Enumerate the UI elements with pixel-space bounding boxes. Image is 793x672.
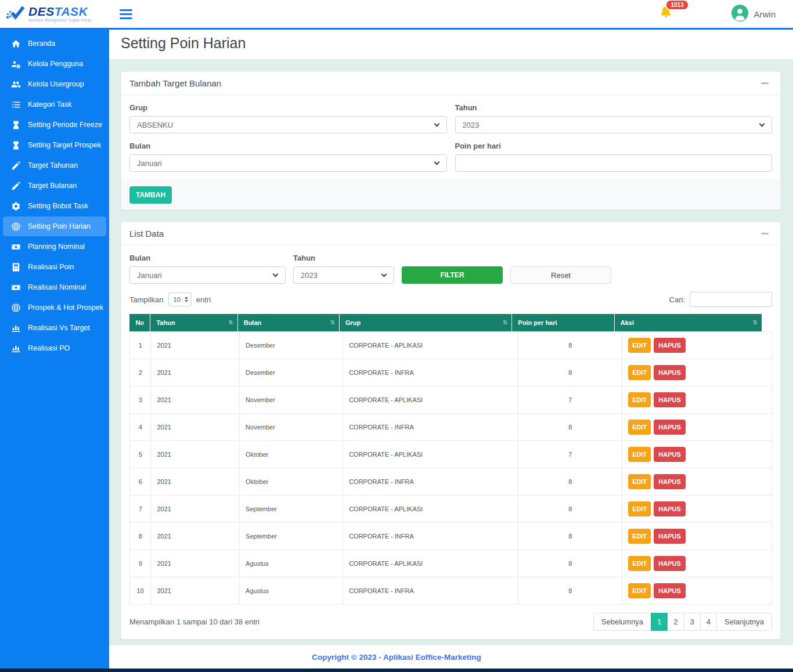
filter-button[interactable]: FILTER xyxy=(402,266,503,284)
sidebar-item[interactable]: Realisasi Nominal xyxy=(3,277,106,297)
sidebar-item[interactable]: Realisasi Poin xyxy=(3,257,106,277)
search-input[interactable] xyxy=(690,292,772,307)
edit-button[interactable]: EDIT xyxy=(628,447,651,462)
cell-tahun: 2021 xyxy=(151,523,240,550)
sidebar-item[interactable]: Realisasi Vs Target xyxy=(3,318,106,338)
table-column-header[interactable]: Grup ⇅ xyxy=(340,314,512,331)
edit-button[interactable]: EDIT xyxy=(628,392,651,407)
table-row: 8 2021 September CORPORATE - INFRA 8 EDI… xyxy=(130,523,772,550)
table-row: 5 2021 Oktober CORPORATE - APLIKASI 7 ED… xyxy=(130,441,772,468)
app-logo[interactable]: DESTASK Aplikasi Manajemen Tugas Kerja xyxy=(0,3,109,24)
sidebar-item[interactable]: Prospek & Hot Prospek xyxy=(3,298,106,317)
table-row: 1 2021 Desember CORPORATE - APLIKASI 8 E… xyxy=(130,332,772,359)
collapse-icon[interactable] xyxy=(761,82,769,84)
cell-poin: 8 xyxy=(518,523,622,550)
collapse-icon[interactable] xyxy=(761,233,769,234)
table-column-header[interactable]: No xyxy=(129,314,150,331)
cell-bulan: November xyxy=(240,386,343,414)
spinner-icon xyxy=(185,297,188,302)
filter-bulan-select[interactable]: Januari xyxy=(129,266,286,284)
sidebar-item[interactable]: Kategori Task xyxy=(3,95,106,114)
reset-button[interactable]: Reset xyxy=(510,266,611,284)
delete-button[interactable]: HAPUS xyxy=(654,420,686,435)
sidebar-item[interactable]: Target Bulanan xyxy=(3,176,106,196)
cell-poin: 8 xyxy=(518,496,622,523)
cell-grup: CORPORATE - APLIKASI xyxy=(343,386,518,414)
sidebar-item[interactable]: Kelola Usergroup xyxy=(3,74,106,94)
sidebar-item[interactable]: Target Tahunan xyxy=(3,156,106,175)
delete-button[interactable]: HAPUS xyxy=(654,474,686,489)
cell-aksi: EDIT HAPUS xyxy=(622,359,772,386)
delete-button[interactable]: HAPUS xyxy=(654,447,686,462)
sidebar-item[interactable]: Setting Poin Harian xyxy=(3,216,106,236)
cell-aksi: EDIT HAPUS xyxy=(622,441,772,468)
cell-no: 8 xyxy=(130,523,151,550)
edit-button[interactable]: EDIT xyxy=(628,583,651,598)
delete-button[interactable]: HAPUS xyxy=(654,338,686,353)
cell-aksi: EDIT HAPUS xyxy=(622,496,772,523)
cell-tahun: 2021 xyxy=(151,441,240,468)
sidebar-item-label: Target Tahunan xyxy=(28,161,78,169)
table-column-header[interactable]: Aksi ⇅ xyxy=(614,314,762,331)
sidebar-item[interactable]: Beranda xyxy=(3,34,106,53)
sidebar-item-label: Setting Poin Harian xyxy=(28,222,91,230)
edit-button[interactable]: EDIT xyxy=(628,474,651,489)
hamburger-menu-icon[interactable] xyxy=(120,9,132,19)
filter-tahun-select[interactable]: 2023 xyxy=(293,266,394,284)
delete-button[interactable]: HAPUS xyxy=(654,556,686,571)
filter-tahun-label: Tahun xyxy=(293,254,394,262)
page-length-select[interactable]: 10 xyxy=(168,292,192,306)
sidebar-item[interactable]: Realisasi PO xyxy=(3,338,106,358)
cell-bulan: Desember xyxy=(240,359,343,386)
users-icon xyxy=(10,79,21,89)
table-column-header[interactable]: Poin per hari xyxy=(512,314,614,331)
edit-button[interactable]: EDIT xyxy=(628,529,651,544)
table-column-header[interactable]: Bulan ⇅ xyxy=(237,314,339,331)
chart-icon xyxy=(10,323,21,333)
sort-icon: ⇅ xyxy=(503,319,507,326)
sidebar-item-label: Kelola Pengguna xyxy=(28,60,83,68)
sidebar-item[interactable]: Planning Nominal xyxy=(3,237,106,256)
bulan-label: Bulan xyxy=(129,142,447,150)
sidebar-item[interactable]: Setting Target Prospek xyxy=(3,135,106,155)
user-menu[interactable]: Arwin xyxy=(731,5,776,24)
table-row: 7 2021 September CORPORATE - APLIKASI 8 … xyxy=(130,496,772,523)
pagination-page-button[interactable]: 3 xyxy=(684,613,701,631)
sidebar-item[interactable]: Setting Bobot Task xyxy=(3,196,106,216)
pagination-next-button[interactable]: Selanjutnya xyxy=(716,613,772,631)
poin-per-hari-input[interactable] xyxy=(455,154,773,172)
grup-select[interactable]: ABSENKU xyxy=(129,116,447,133)
pagination-page-button[interactable]: 1 xyxy=(651,613,668,631)
cell-bulan: Agustus xyxy=(240,550,343,577)
grup-label: Grup xyxy=(129,103,447,112)
pen-icon xyxy=(10,180,21,191)
delete-button[interactable]: HAPUS xyxy=(654,501,686,516)
edit-button[interactable]: EDIT xyxy=(628,556,651,571)
list-check-icon xyxy=(10,99,21,110)
delete-button[interactable]: HAPUS xyxy=(654,392,686,407)
delete-button[interactable]: HAPUS xyxy=(654,365,686,380)
sidebar-item-label: Kategori Task xyxy=(28,100,72,109)
edit-button[interactable]: EDIT xyxy=(628,338,651,353)
cell-tahun: 2021 xyxy=(151,577,240,605)
sidebar-item[interactable]: Kelola Pengguna xyxy=(3,54,106,74)
sidebar-item[interactable]: Setting Periode Freeze xyxy=(3,115,106,135)
delete-button[interactable]: HAPUS xyxy=(654,583,686,598)
cell-bulan: Agustus xyxy=(240,577,343,605)
pagination-page-button[interactable]: 2 xyxy=(667,613,684,631)
delete-button[interactable]: HAPUS xyxy=(654,529,686,544)
cell-no: 2 xyxy=(130,359,151,386)
pagination-prev-button[interactable]: Sebelumnya xyxy=(593,613,651,631)
pagination-page-button[interactable]: 4 xyxy=(700,613,717,631)
money-icon xyxy=(10,241,21,252)
tahun-select[interactable]: 2023 xyxy=(455,116,773,133)
table-column-header[interactable]: Tahun ⇅ xyxy=(150,314,237,331)
notification-bell[interactable]: 1013 xyxy=(658,5,673,23)
bulan-select[interactable]: Januari xyxy=(129,154,447,172)
edit-button[interactable]: EDIT xyxy=(628,365,651,380)
edit-button[interactable]: EDIT xyxy=(628,501,651,516)
cell-no: 5 xyxy=(130,441,151,468)
edit-button[interactable]: EDIT xyxy=(628,420,651,435)
tambah-button[interactable]: TAMBAH xyxy=(129,186,172,204)
sidebar-item-label: Setting Periode Freeze xyxy=(28,121,102,129)
